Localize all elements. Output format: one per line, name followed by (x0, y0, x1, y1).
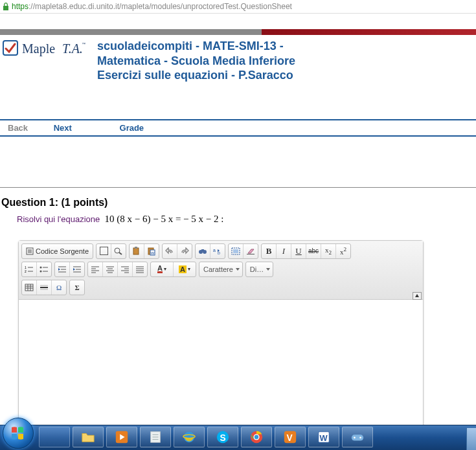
chrome-icon (249, 430, 264, 444)
game-taskbar-button[interactable] (342, 427, 373, 447)
title-line-1: scuoladeicompiti - MATE-SMI-13 - (97, 39, 295, 54)
bgcolor-button[interactable]: A▾ (174, 262, 196, 276)
selectall-button[interactable] (229, 244, 244, 258)
align-right-button[interactable] (118, 262, 133, 276)
numlist-button[interactable]: 12 (22, 262, 37, 276)
subscript-button[interactable]: x2 (321, 244, 336, 258)
removeformat-button[interactable] (244, 244, 258, 258)
svg-text:V: V (287, 433, 293, 443)
source-button[interactable]: Codice Sorgente (22, 244, 93, 258)
equation-button[interactable]: Σ (70, 280, 84, 295)
textcolor-button[interactable]: A▾ (151, 262, 174, 276)
prompt-label: Risolvi qui l'equazione (17, 214, 100, 224)
magnifier-icon (114, 247, 123, 255)
svg-text:a: a (213, 248, 216, 253)
superscript-button[interactable]: x2 (336, 244, 350, 258)
hr-icon (40, 284, 49, 291)
svg-text:™: ™ (82, 42, 85, 46)
explorer-taskbar-button[interactable] (73, 427, 104, 447)
underline-button[interactable]: U (291, 244, 306, 258)
indent-icon (73, 265, 82, 273)
svg-text:S: S (220, 433, 225, 443)
outdent-icon (58, 265, 67, 273)
specialchar-button[interactable]: Ω (52, 280, 66, 295)
course-title: scuoladeicompiti - MATE-SMI-13 - Matemat… (97, 39, 295, 83)
show-desktop-button[interactable] (466, 428, 476, 450)
bulletlist-button[interactable] (37, 262, 51, 276)
word-icon: W (317, 430, 331, 444)
chevron-down-icon (236, 268, 240, 271)
strike-button[interactable]: abc (306, 244, 321, 258)
svg-point-16 (203, 250, 207, 254)
sigma-icon: Σ (74, 284, 79, 291)
bold-button[interactable]: B (262, 244, 277, 258)
svg-rect-4 (27, 248, 33, 254)
newpage-icon (100, 247, 108, 255)
style-dropdown[interactable]: Carattere (199, 262, 243, 277)
align-justify-button[interactable] (133, 262, 147, 276)
svg-point-78 (354, 437, 356, 439)
italic-button[interactable]: I (277, 244, 291, 258)
svg-rect-20 (232, 248, 240, 254)
url-protocol: https (12, 2, 28, 11)
paste-word-button[interactable]: w (144, 244, 159, 258)
play-icon (115, 430, 129, 444)
chrome-taskbar-button[interactable] (241, 427, 272, 447)
outdent-button[interactable] (55, 262, 70, 276)
svg-point-15 (199, 250, 203, 254)
find-button[interactable] (196, 244, 210, 258)
question-nav: Back Next Grade (0, 119, 476, 137)
bgcolor-icon: A (179, 265, 187, 273)
word-taskbar-button[interactable]: W (308, 427, 339, 447)
eraser-icon (246, 247, 255, 255)
editor-textarea[interactable] (19, 300, 423, 429)
svg-rect-12 (148, 248, 153, 254)
next-link[interactable]: Next (54, 123, 72, 133)
ie-taskbar-button[interactable] (174, 427, 205, 447)
italic-icon: I (282, 246, 285, 256)
start-button[interactable] (3, 418, 34, 449)
undo-button[interactable] (163, 244, 177, 258)
preview-button[interactable] (111, 244, 126, 258)
back-link[interactable]: Back (8, 123, 28, 133)
bold-icon: B (266, 246, 272, 256)
newpage-button[interactable] (96, 244, 111, 258)
v-icon: V (283, 430, 297, 444)
redo-button[interactable] (177, 244, 192, 258)
notes-taskbar-button[interactable] (140, 427, 171, 447)
svg-rect-21 (233, 249, 238, 253)
svg-rect-53 (25, 284, 33, 291)
replace-icon: ab (213, 247, 222, 255)
redo-icon (180, 247, 189, 255)
ie-icon (182, 430, 196, 444)
rich-text-editor: Codice Sorgente w ab (18, 240, 424, 430)
grade-link[interactable]: Grade (120, 123, 144, 133)
title-line-2: Matematica - Scuola Media Inferiore (97, 54, 295, 69)
binoculars-icon (198, 247, 207, 255)
font-dropdown[interactable]: Di… (245, 262, 273, 277)
question-prompt: Risolvi qui l'equazione 10 (8 x − 6) − 5… (17, 214, 476, 225)
collapse-toolbar-button[interactable] (413, 292, 422, 300)
replace-button[interactable]: ab (210, 244, 225, 258)
paste-button[interactable] (130, 244, 144, 258)
address-bar: https://mapleta8.educ.di.unito.it/maplet… (0, 0, 476, 14)
hr-button[interactable] (37, 280, 52, 295)
table-button[interactable] (22, 280, 37, 295)
align-left-button[interactable] (88, 262, 103, 276)
undo-icon (165, 247, 174, 255)
clipboard-icon (132, 247, 141, 256)
align-center-button[interactable] (103, 262, 118, 276)
app-v-taskbar-button[interactable]: V (275, 427, 306, 447)
indent-button[interactable] (70, 262, 84, 276)
mediaplayer-taskbar-button[interactable] (106, 427, 137, 447)
table-icon (25, 284, 34, 291)
svg-rect-13 (150, 250, 155, 255)
svg-point-27 (40, 266, 42, 268)
svg-rect-11 (135, 247, 137, 249)
svg-text:2: 2 (25, 269, 27, 273)
bulletlist-icon (40, 265, 49, 273)
lock-icon (3, 3, 9, 10)
skype-taskbar-button[interactable]: S (207, 427, 238, 447)
numlist-icon: 12 (25, 265, 34, 273)
source-icon (26, 247, 34, 255)
